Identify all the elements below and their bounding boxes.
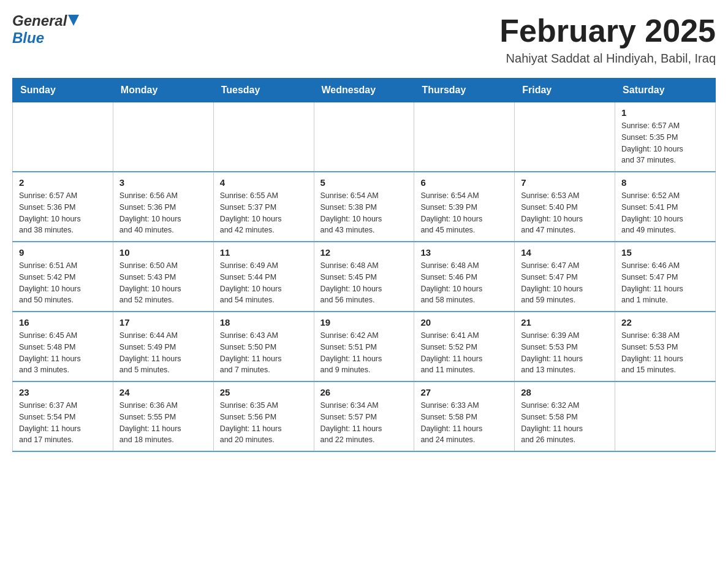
day-info: Sunrise: 6:52 AM Sunset: 5:41 PM Dayligh…	[621, 190, 709, 236]
calendar-body: 1Sunrise: 6:57 AM Sunset: 5:35 PM Daylig…	[13, 102, 716, 452]
day-info: Sunrise: 6:53 AM Sunset: 5:40 PM Dayligh…	[521, 190, 609, 236]
table-row: 18Sunrise: 6:43 AM Sunset: 5:50 PM Dayli…	[213, 312, 314, 381]
day-info: Sunrise: 6:39 AM Sunset: 5:53 PM Dayligh…	[521, 330, 609, 376]
day-number: 4	[220, 177, 308, 188]
day-number: 13	[420, 247, 508, 258]
table-row	[113, 102, 213, 172]
table-row: 28Sunrise: 6:32 AM Sunset: 5:58 PM Dayli…	[515, 381, 615, 451]
month-year-title: February 2025	[499, 12, 716, 49]
day-number: 5	[320, 177, 408, 188]
table-row: 20Sunrise: 6:41 AM Sunset: 5:52 PM Dayli…	[414, 312, 515, 381]
table-row: 1Sunrise: 6:57 AM Sunset: 5:35 PM Daylig…	[615, 102, 716, 172]
day-info: Sunrise: 6:42 AM Sunset: 5:51 PM Dayligh…	[320, 330, 408, 376]
day-number: 15	[621, 247, 709, 258]
day-number: 11	[220, 247, 308, 258]
day-number: 17	[119, 317, 207, 327]
day-number: 20	[420, 317, 508, 327]
table-row: 11Sunrise: 6:49 AM Sunset: 5:44 PM Dayli…	[213, 242, 314, 312]
table-row	[314, 102, 414, 172]
svg-marker-0	[68, 15, 79, 26]
table-row: 19Sunrise: 6:42 AM Sunset: 5:51 PM Dayli…	[314, 312, 414, 381]
calendar-week-row: 16Sunrise: 6:45 AM Sunset: 5:48 PM Dayli…	[13, 312, 716, 381]
day-number: 8	[621, 177, 709, 188]
calendar-week-row: 9Sunrise: 6:51 AM Sunset: 5:42 PM Daylig…	[13, 242, 716, 312]
day-info: Sunrise: 6:36 AM Sunset: 5:55 PM Dayligh…	[119, 400, 207, 446]
day-number: 19	[320, 317, 408, 327]
title-area: February 2025 Nahiyat Saddat al Hindiyah…	[499, 12, 716, 66]
col-sunday: Sunday	[13, 79, 113, 102]
table-row: 8Sunrise: 6:52 AM Sunset: 5:41 PM Daylig…	[615, 172, 716, 242]
day-number: 28	[521, 387, 609, 397]
table-row: 14Sunrise: 6:47 AM Sunset: 5:47 PM Dayli…	[515, 242, 615, 312]
logo: General Blue	[12, 12, 79, 47]
table-row: 3Sunrise: 6:56 AM Sunset: 5:36 PM Daylig…	[113, 172, 213, 242]
day-info: Sunrise: 6:51 AM Sunset: 5:42 PM Dayligh…	[19, 260, 107, 306]
logo-general: General	[12, 12, 67, 29]
day-info: Sunrise: 6:33 AM Sunset: 5:58 PM Dayligh…	[420, 400, 508, 446]
day-number: 18	[220, 317, 308, 327]
table-row: 21Sunrise: 6:39 AM Sunset: 5:53 PM Dayli…	[515, 312, 615, 381]
day-number: 24	[119, 387, 207, 397]
day-number: 12	[320, 247, 408, 258]
col-wednesday: Wednesday	[314, 79, 414, 102]
col-tuesday: Tuesday	[213, 79, 314, 102]
page-header: General Blue February 2025 Nahiyat Sadda…	[12, 12, 716, 66]
table-row: 4Sunrise: 6:55 AM Sunset: 5:37 PM Daylig…	[213, 172, 314, 242]
col-thursday: Thursday	[414, 79, 515, 102]
calendar-week-row: 2Sunrise: 6:57 AM Sunset: 5:36 PM Daylig…	[13, 172, 716, 242]
day-info: Sunrise: 6:37 AM Sunset: 5:54 PM Dayligh…	[19, 400, 107, 446]
table-row: 9Sunrise: 6:51 AM Sunset: 5:42 PM Daylig…	[13, 242, 113, 312]
day-info: Sunrise: 6:56 AM Sunset: 5:36 PM Dayligh…	[119, 190, 207, 236]
table-row: 6Sunrise: 6:54 AM Sunset: 5:39 PM Daylig…	[414, 172, 515, 242]
table-row: 15Sunrise: 6:46 AM Sunset: 5:47 PM Dayli…	[615, 242, 716, 312]
table-row: 5Sunrise: 6:54 AM Sunset: 5:38 PM Daylig…	[314, 172, 414, 242]
table-row: 27Sunrise: 6:33 AM Sunset: 5:58 PM Dayli…	[414, 381, 515, 451]
day-info: Sunrise: 6:38 AM Sunset: 5:53 PM Dayligh…	[621, 330, 709, 376]
logo-blue: Blue	[12, 29, 44, 46]
table-row	[515, 102, 615, 172]
day-info: Sunrise: 6:43 AM Sunset: 5:50 PM Dayligh…	[220, 330, 308, 376]
day-number: 27	[420, 387, 508, 397]
day-info: Sunrise: 6:48 AM Sunset: 5:46 PM Dayligh…	[420, 260, 508, 306]
day-number: 9	[19, 247, 107, 258]
logo-arrow-icon	[68, 15, 79, 26]
day-number: 3	[119, 177, 207, 188]
location-subtitle: Nahiyat Saddat al Hindiyah, Babil, Iraq	[499, 52, 716, 66]
table-row: 16Sunrise: 6:45 AM Sunset: 5:48 PM Dayli…	[13, 312, 113, 381]
col-saturday: Saturday	[615, 79, 716, 102]
table-row: 26Sunrise: 6:34 AM Sunset: 5:57 PM Dayli…	[314, 381, 414, 451]
days-of-week-row: Sunday Monday Tuesday Wednesday Thursday…	[13, 79, 716, 102]
day-info: Sunrise: 6:55 AM Sunset: 5:37 PM Dayligh…	[220, 190, 308, 236]
day-number: 26	[320, 387, 408, 397]
day-info: Sunrise: 6:46 AM Sunset: 5:47 PM Dayligh…	[621, 260, 709, 306]
day-number: 14	[521, 247, 609, 258]
col-friday: Friday	[515, 79, 615, 102]
day-number: 23	[19, 387, 107, 397]
table-row: 2Sunrise: 6:57 AM Sunset: 5:36 PM Daylig…	[13, 172, 113, 242]
day-info: Sunrise: 6:45 AM Sunset: 5:48 PM Dayligh…	[19, 330, 107, 376]
day-info: Sunrise: 6:44 AM Sunset: 5:49 PM Dayligh…	[119, 330, 207, 376]
table-row: 10Sunrise: 6:50 AM Sunset: 5:43 PM Dayli…	[113, 242, 213, 312]
day-info: Sunrise: 6:57 AM Sunset: 5:35 PM Dayligh…	[621, 120, 709, 166]
day-info: Sunrise: 6:34 AM Sunset: 5:57 PM Dayligh…	[320, 400, 408, 446]
table-row: 24Sunrise: 6:36 AM Sunset: 5:55 PM Dayli…	[113, 381, 213, 451]
day-number: 25	[220, 387, 308, 397]
day-info: Sunrise: 6:48 AM Sunset: 5:45 PM Dayligh…	[320, 260, 408, 306]
day-info: Sunrise: 6:35 AM Sunset: 5:56 PM Dayligh…	[220, 400, 308, 446]
table-row: 23Sunrise: 6:37 AM Sunset: 5:54 PM Dayli…	[13, 381, 113, 451]
table-row: 12Sunrise: 6:48 AM Sunset: 5:45 PM Dayli…	[314, 242, 414, 312]
day-info: Sunrise: 6:32 AM Sunset: 5:58 PM Dayligh…	[521, 400, 609, 446]
day-number: 21	[521, 317, 609, 327]
day-info: Sunrise: 6:54 AM Sunset: 5:39 PM Dayligh…	[420, 190, 508, 236]
table-row: 22Sunrise: 6:38 AM Sunset: 5:53 PM Dayli…	[615, 312, 716, 381]
calendar-week-row: 23Sunrise: 6:37 AM Sunset: 5:54 PM Dayli…	[13, 381, 716, 451]
table-row: 25Sunrise: 6:35 AM Sunset: 5:56 PM Dayli…	[213, 381, 314, 451]
day-number: 22	[621, 317, 709, 327]
day-number: 2	[19, 177, 107, 188]
table-row: 17Sunrise: 6:44 AM Sunset: 5:49 PM Dayli…	[113, 312, 213, 381]
calendar-header: Sunday Monday Tuesday Wednesday Thursday…	[13, 79, 716, 102]
day-number: 7	[521, 177, 609, 188]
table-row	[13, 102, 113, 172]
day-number: 1	[621, 107, 709, 118]
day-info: Sunrise: 6:47 AM Sunset: 5:47 PM Dayligh…	[521, 260, 609, 306]
